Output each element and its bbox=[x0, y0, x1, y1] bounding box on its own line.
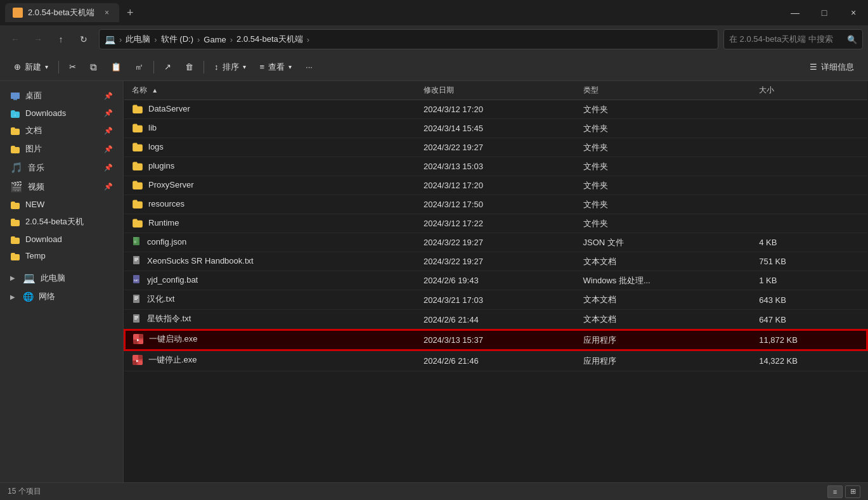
copy-icon: ⧉ bbox=[90, 61, 97, 73]
sidebar-item-this-computer[interactable]: ▶ 💻 此电脑 bbox=[3, 269, 120, 287]
title-bar: 2.0.54-beta天机端 × + — □ × bbox=[0, 0, 868, 25]
table-row[interactable]: ▶ 一键启动.exe 2024/3/13 15:37 应用程序 11,872 K… bbox=[124, 330, 867, 350]
exe-icon: ▶ bbox=[132, 354, 143, 366]
table-row[interactable]: ProxyServer 2024/3/12 17:20 文件夹 bbox=[124, 176, 867, 195]
detail-icon: ☰ bbox=[810, 62, 817, 72]
up-button[interactable]: ↑ bbox=[51, 29, 71, 49]
col-type[interactable]: 类型 bbox=[576, 81, 752, 100]
sidebar-label-desktop: 桌面 bbox=[25, 90, 42, 101]
back-button[interactable]: ← bbox=[5, 29, 25, 49]
txt-icon bbox=[132, 294, 142, 304]
delete-button[interactable]: 🗑 bbox=[179, 57, 200, 77]
sidebar-item-new[interactable]: NEW bbox=[3, 196, 120, 212]
cell-modified: 2024/3/21 17:03 bbox=[416, 290, 576, 310]
table-row[interactable]: resources 2024/3/12 17:50 文件夹 bbox=[124, 195, 867, 214]
cell-size bbox=[751, 157, 867, 176]
sort-button[interactable]: ↕ 排序 ▾ bbox=[208, 57, 252, 77]
table-row[interactable]: XeonSucks SR Handbook.txt 2024/3/22 19:2… bbox=[124, 252, 867, 271]
refresh-button[interactable]: ↻ bbox=[74, 29, 94, 49]
maximize-button[interactable]: □ bbox=[810, 0, 839, 25]
col-modified[interactable]: 修改日期 bbox=[416, 81, 576, 100]
sidebar-item-beta[interactable]: 2.0.54-beta天机 bbox=[3, 213, 120, 231]
breadcrumb-game[interactable]: Game bbox=[204, 35, 226, 44]
json-icon: {} bbox=[132, 236, 142, 247]
toolbar-sep-3 bbox=[204, 61, 204, 74]
svg-rect-15 bbox=[134, 299, 137, 300]
sidebar-item-network[interactable]: ▶ 🌐 网络 bbox=[3, 288, 120, 305]
rename-button[interactable]: ㎡ bbox=[129, 57, 150, 77]
folder-icon bbox=[132, 217, 143, 228]
cell-type: 应用程序 bbox=[576, 330, 752, 350]
active-tab[interactable]: 2.0.54-beta天机端 × bbox=[5, 3, 119, 22]
cell-modified: 2024/3/22 19:27 bbox=[416, 252, 576, 271]
table-row[interactable]: 星铁指令.txt 2024/2/6 21:44 文本文档 647 KB bbox=[124, 310, 867, 330]
forward-button[interactable]: → bbox=[28, 29, 48, 49]
sidebar-item-downloads[interactable]: ↓ Downloads 📌 bbox=[3, 105, 120, 121]
table-row[interactable]: ▶ 一键停止.exe 2024/2/6 21:46 应用程序 14,322 KB bbox=[124, 350, 867, 371]
folder-icon bbox=[132, 160, 143, 170]
new-button[interactable]: ⊕ 新建 ▾ bbox=[8, 57, 55, 77]
breadcrumb-computer[interactable]: 此电脑 bbox=[126, 34, 150, 45]
share-button[interactable]: ↗ bbox=[158, 57, 178, 77]
table-row[interactable]: 汉化.txt 2024/3/21 17:03 文本文档 643 KB bbox=[124, 290, 867, 310]
cell-name: ProxyServer bbox=[124, 176, 416, 195]
cell-type: 文件夹 bbox=[576, 157, 752, 176]
table-row[interactable]: Runtime 2024/3/12 17:22 文件夹 bbox=[124, 214, 867, 233]
file-name: Runtime bbox=[148, 218, 179, 228]
table-row[interactable]: plugins 2024/3/13 15:03 文件夹 bbox=[124, 157, 867, 176]
sidebar-item-download[interactable]: Download bbox=[3, 231, 120, 247]
cell-name: Runtime bbox=[124, 214, 416, 233]
col-size[interactable]: 大小 bbox=[751, 81, 867, 100]
tab-label: 2.0.54-beta天机端 bbox=[28, 7, 94, 18]
cut-icon: ✂ bbox=[69, 62, 76, 72]
video-icon: 🎬 bbox=[10, 181, 23, 193]
cell-size: 11,872 KB bbox=[751, 330, 867, 350]
table-row[interactable]: {} config.json 2024/3/22 19:27 JSON 文件 4… bbox=[124, 233, 867, 252]
sidebar-label-network: 网络 bbox=[39, 291, 55, 302]
grid-view-button[interactable]: ⊞ bbox=[845, 485, 860, 498]
table-header-row: 名称 ▲ 修改日期 类型 大小 bbox=[124, 81, 867, 100]
tab-area: 2.0.54-beta天机端 × + bbox=[5, 3, 781, 23]
cell-modified: 2024/3/14 15:45 bbox=[416, 119, 576, 138]
toolbar-sep-2 bbox=[153, 61, 154, 74]
view-button[interactable]: ≡ 查看 ▾ bbox=[254, 57, 299, 77]
sidebar-label-beta: 2.0.54-beta天机 bbox=[25, 216, 84, 228]
pin-icon-desktop: 📌 bbox=[104, 92, 113, 100]
sidebar-item-music[interactable]: 🎵 音乐 📌 bbox=[3, 158, 120, 177]
sidebar-item-temp[interactable]: Temp bbox=[3, 248, 120, 264]
cell-size bbox=[751, 119, 867, 138]
search-bar[interactable]: 在 2.0.54-beta天机端 中搜索 🔍 bbox=[723, 29, 863, 49]
table-row[interactable]: logs 2024/3/22 19:27 文件夹 bbox=[124, 138, 867, 157]
main-area: 桌面 📌 ↓ Downloads 📌 文档 📌 图片 📌 🎵 音乐 📌 🎬 视频… bbox=[0, 81, 868, 482]
detail-view-button[interactable]: ≡ bbox=[827, 485, 843, 498]
svg-rect-9 bbox=[134, 260, 137, 261]
copy-button[interactable]: ⧉ bbox=[84, 57, 103, 77]
close-button[interactable]: × bbox=[839, 0, 868, 25]
more-button[interactable]: ··· bbox=[299, 57, 319, 77]
folder-icon bbox=[132, 141, 143, 151]
col-name[interactable]: 名称 ▲ bbox=[124, 81, 416, 100]
sidebar-item-docs[interactable]: 文档 📌 bbox=[3, 122, 120, 139]
minimize-button[interactable]: — bbox=[781, 0, 810, 25]
sidebar-item-desktop[interactable]: 桌面 📌 bbox=[3, 87, 120, 105]
sidebar-item-pics[interactable]: 图片 📌 bbox=[3, 140, 120, 158]
paste-button[interactable]: 📋 bbox=[105, 57, 127, 77]
cell-size: 14,322 KB bbox=[751, 350, 867, 371]
sidebar: 桌面 📌 ↓ Downloads 📌 文档 📌 图片 📌 🎵 音乐 📌 🎬 视频… bbox=[0, 81, 124, 482]
folder-new-icon bbox=[10, 200, 20, 209]
sidebar-item-video[interactable]: 🎬 视频 📌 bbox=[3, 177, 120, 196]
table-row[interactable]: DataServer 2024/3/12 17:20 文件夹 bbox=[124, 100, 867, 119]
new-icon: ⊕ bbox=[14, 62, 21, 72]
address-bar[interactable]: 💻 › 此电脑 › 软件 (D:) › Game › 2.0.54-beta天机… bbox=[99, 29, 718, 49]
cut-button[interactable]: ✂ bbox=[63, 57, 82, 77]
table-row[interactable]: lib 2024/3/14 15:45 文件夹 bbox=[124, 119, 867, 138]
cell-size: 4 KB bbox=[751, 233, 867, 252]
detail-button[interactable]: ☰ 详细信息 bbox=[803, 57, 860, 77]
pics-icon bbox=[10, 144, 20, 153]
tab-close-button[interactable]: × bbox=[102, 7, 112, 18]
breadcrumb-current[interactable]: 2.0.54-beta天机端 bbox=[236, 34, 303, 45]
table-row[interactable]: BAT yjd_config.bat 2024/2/6 19:43 Window… bbox=[124, 271, 867, 290]
search-placeholder: 在 2.0.54-beta天机端 中搜索 bbox=[729, 34, 843, 45]
breadcrumb-drive[interactable]: 软件 (D:) bbox=[161, 34, 193, 45]
new-tab-button[interactable]: + bbox=[119, 3, 141, 23]
